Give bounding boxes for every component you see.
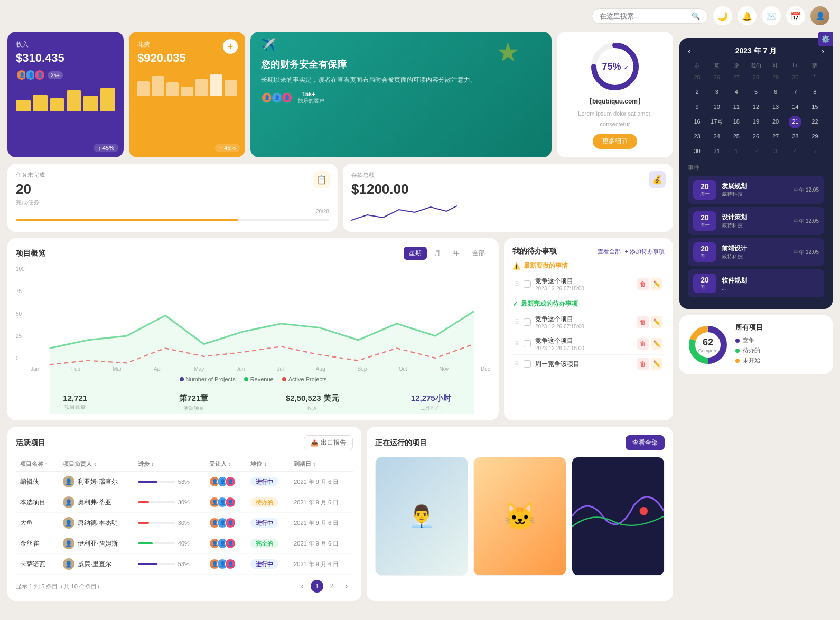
cal-day-cell[interactable]: 28 [786, 130, 805, 144]
cal-day-cell[interactable]: 18 [727, 115, 745, 129]
todo-delete-0[interactable]: 🗑 [637, 278, 649, 290]
cal-day-cur[interactable]: 19 [752, 116, 760, 128]
cal-day-cell[interactable]: 23 [688, 130, 706, 144]
page-1-btn[interactable]: 1 [311, 580, 323, 593]
cal-day-cur[interactable]: 20 [771, 116, 780, 128]
cal-day-cur[interactable]: 5 [753, 86, 759, 98]
cal-day-cell[interactable]: 11 [727, 100, 745, 114]
cal-day-cell[interactable]: 13 [767, 100, 785, 114]
cal-day-cur[interactable]: 13 [771, 101, 780, 113]
cal-day-cur[interactable]: 18 [732, 116, 741, 128]
page-prev-btn[interactable]: ‹ [296, 580, 309, 593]
cal-day-cur[interactable]: 12 [752, 101, 760, 113]
cal-day-other[interactable]: 26 [713, 71, 721, 83]
cal-day-cur[interactable]: 27 [771, 130, 780, 143]
cal-day-cur[interactable]: 4 [734, 86, 739, 98]
cal-day-cur[interactable]: 14 [791, 101, 799, 113]
cal-day-cell[interactable]: 5 [746, 86, 765, 99]
cal-day-other[interactable]: 27 [732, 71, 741, 83]
cal-day-cell[interactable]: 27 [767, 130, 785, 144]
search-box[interactable]: 🔍 [592, 8, 708, 24]
cal-day-cur[interactable]: 2 [695, 86, 700, 98]
cal-day-cell[interactable]: 31 [707, 145, 726, 158]
settings-gear-btn[interactable]: ⚙️ [818, 32, 833, 46]
tab-month[interactable]: 月 [429, 247, 446, 260]
cal-day-other[interactable]: 29 [771, 71, 780, 83]
cal-day-cur[interactable]: 17号 [710, 116, 724, 128]
cal-day-cur[interactable]: 24 [713, 130, 721, 143]
tab-year[interactable]: 年 [448, 247, 465, 260]
drag-handle-0[interactable]: ⠿ [515, 280, 519, 288]
drag-handle-1[interactable]: ⠿ [515, 318, 519, 326]
cal-day-other[interactable]: 28 [752, 71, 760, 83]
cal-prev-btn[interactable]: ‹ [688, 46, 690, 56]
cal-day-cell[interactable]: 8 [806, 86, 824, 99]
todo-edit-1[interactable]: ✏️ [651, 316, 662, 328]
cal-day-cur[interactable]: 16 [693, 116, 701, 128]
export-report-btn[interactable]: 📤 出口报告 [304, 435, 353, 450]
cal-day-other[interactable]: 1 [734, 145, 739, 157]
moon-icon-btn[interactable]: 🌙 [713, 6, 732, 25]
cal-day-cell[interactable]: 30 [786, 71, 805, 84]
cal-day-cur[interactable]: 29 [810, 130, 819, 143]
cal-day-cell[interactable]: 1 [727, 145, 745, 158]
cal-day-cur[interactable]: 23 [693, 130, 701, 143]
cal-day-cell[interactable]: 29 [806, 130, 824, 144]
cal-day-cur[interactable]: 15 [810, 101, 819, 113]
cal-day-cell[interactable]: 7 [786, 86, 805, 99]
todo-delete-3[interactable]: 🗑 [637, 358, 649, 370]
mail-icon-btn[interactable]: ✉️ [762, 6, 781, 25]
cal-day-cell[interactable]: 28 [746, 71, 765, 84]
bell-icon-btn[interactable]: 🔔 [738, 6, 757, 25]
cal-day-cell[interactable]: 19 [746, 115, 765, 129]
cal-day-cell[interactable]: 27 [727, 71, 745, 84]
cal-day-cell[interactable]: 10 [707, 100, 726, 114]
cal-next-btn[interactable]: › [822, 46, 824, 56]
todo-delete-1[interactable]: 🗑 [637, 316, 649, 328]
cal-day-cur[interactable]: 1 [812, 71, 817, 83]
cal-day-cur[interactable]: 8 [812, 86, 817, 98]
todo-see-all[interactable]: 查看全部 [598, 248, 621, 256]
cal-day-cell[interactable]: 20 [767, 115, 785, 129]
cal-day-other[interactable]: 3 [773, 145, 778, 157]
todo-edit-3[interactable]: ✏️ [651, 358, 662, 370]
todo-edit-2[interactable]: ✏️ [651, 338, 662, 350]
calendar-icon-btn[interactable]: 📅 [786, 6, 805, 25]
cal-day-cur[interactable]: 9 [695, 101, 700, 113]
cal-day-cell[interactable]: 26 [707, 71, 726, 84]
cal-day-other[interactable]: 5 [812, 145, 817, 157]
cal-day-cell[interactable]: 2 [746, 145, 765, 158]
page-2-btn[interactable]: 2 [325, 580, 338, 593]
cal-day-cell[interactable]: 5 [806, 145, 824, 158]
cal-day-cell[interactable]: 25 [727, 130, 745, 144]
cal-day-cur[interactable]: 7 [792, 86, 798, 98]
cal-day-cell[interactable]: 1 [806, 71, 824, 84]
drag-handle-2[interactable]: ⠿ [515, 340, 519, 347]
cal-day-other[interactable]: 25 [693, 71, 701, 83]
page-next-btn[interactable]: › [340, 580, 353, 593]
cal-today[interactable]: 21 [789, 116, 801, 128]
cal-day-cur[interactable]: 11 [732, 101, 741, 113]
tab-week[interactable]: 星期 [404, 247, 427, 260]
cal-day-cell[interactable]: 17号 [707, 115, 726, 129]
see-all-running-btn[interactable]: 查看全部 [626, 435, 665, 450]
cal-day-cell[interactable]: 16 [688, 115, 706, 129]
cal-day-cell[interactable]: 12 [746, 100, 765, 114]
cal-day-cur[interactable]: 22 [810, 116, 819, 128]
todo-delete-2[interactable]: 🗑 [637, 338, 649, 350]
cal-day-cell[interactable]: 29 [767, 71, 785, 84]
cal-day-other[interactable]: 2 [753, 145, 759, 157]
todo-checkbox-0[interactable] [524, 280, 531, 288]
todo-checkbox-2[interactable] [524, 340, 531, 347]
cal-day-cur[interactable]: 30 [693, 145, 701, 157]
cal-day-cur[interactable]: 25 [732, 130, 741, 143]
cal-day-cur[interactable]: 28 [791, 130, 799, 143]
cal-day-cur[interactable]: 26 [752, 130, 760, 143]
cal-day-cur[interactable]: 6 [773, 86, 778, 98]
cal-day-other[interactable]: 4 [792, 145, 798, 157]
cal-day-cell[interactable]: 24 [707, 130, 726, 144]
cal-day-other[interactable]: 30 [791, 71, 799, 83]
cal-day-cur[interactable]: 3 [714, 86, 720, 98]
cal-day-cell[interactable]: 21 [786, 115, 805, 129]
cal-day-cell[interactable]: 26 [746, 130, 765, 144]
